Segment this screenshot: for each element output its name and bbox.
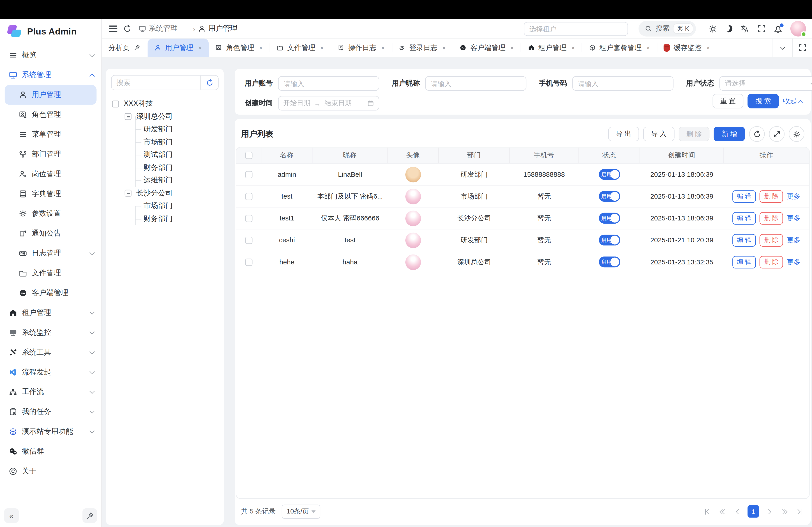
table-row[interactable]: ceshi test 研发部门 暂无 启用 2025-01-21 10:20:3… <box>236 229 809 251</box>
tab-analysis[interactable]: 分析页 <box>102 39 147 57</box>
row-checkbox[interactable] <box>245 193 252 200</box>
prev-page-button[interactable] <box>733 505 744 518</box>
collapse-sidebar-button[interactable]: « <box>4 508 19 523</box>
global-search-button[interactable]: 搜索 ⌘ K <box>638 21 696 36</box>
sidebar-item-system-monitor[interactable]: 系统监控 <box>0 323 101 343</box>
current-page[interactable]: 1 <box>748 505 759 518</box>
edit-button[interactable]: 编 辑 <box>732 256 756 268</box>
user-avatar[interactable] <box>791 21 806 36</box>
fullscreen-icon[interactable] <box>757 24 766 33</box>
sidebar-item-process-start[interactable]: 流程发起 <box>0 362 101 382</box>
account-input[interactable] <box>278 76 379 91</box>
tab-login-log[interactable]: 登录日志 × <box>392 39 453 57</box>
sidebar-item-my-tasks[interactable]: 我的任务 <box>0 402 101 422</box>
more-actions-link[interactable]: 更多 <box>787 257 800 267</box>
sidebar-item-menu-management[interactable]: 菜单管理 <box>0 125 101 145</box>
status-toggle[interactable]: 启用 <box>599 169 620 180</box>
jump-forward-button[interactable] <box>778 505 789 518</box>
collapse-box-icon[interactable] <box>125 190 131 197</box>
pin-icon[interactable] <box>133 44 141 51</box>
settings-gear-icon[interactable] <box>709 24 717 33</box>
tree-node-finance-dept[interactable]: 财务部门 <box>111 161 219 174</box>
tree-node-company[interactable]: XXX科技 <box>111 97 219 110</box>
table-row[interactable]: hehe haha 深圳总公司 暂无 启用 2025-01-23 13:32:3… <box>236 251 809 272</box>
first-page-button[interactable] <box>702 505 714 518</box>
dark-mode-icon[interactable] <box>724 24 733 33</box>
sidebar-item-system-management[interactable]: 系统管理 <box>0 65 101 85</box>
collapse-box-icon[interactable] <box>125 113 131 120</box>
expand-table-button[interactable] <box>769 126 784 142</box>
status-select[interactable]: 请选择 <box>719 76 812 91</box>
tabs-dropdown-button[interactable] <box>772 39 792 57</box>
hamburger-menu-icon[interactable] <box>109 26 117 32</box>
close-tab-icon[interactable]: × <box>571 44 575 51</box>
row-checkbox[interactable] <box>245 237 252 244</box>
collapse-box-icon[interactable] <box>112 101 119 107</box>
notifications-bell-icon[interactable] <box>774 24 782 33</box>
close-tab-icon[interactable]: × <box>647 44 650 51</box>
sidebar-item-department-management[interactable]: 部门管理 <box>0 145 101 164</box>
export-button[interactable]: 导 出 <box>608 127 639 141</box>
tab-cache-monitor[interactable]: 缓存监控 × <box>657 39 717 57</box>
delete-row-button[interactable]: 删 除 <box>759 256 783 268</box>
table-row[interactable]: test1 仅本人 密码666666 长沙分公司 暂无 启用 2025-01-1… <box>236 207 809 229</box>
tab-role-management[interactable]: 角色管理 × <box>208 39 270 57</box>
close-tab-icon[interactable]: × <box>442 44 446 51</box>
collapse-filter-link[interactable]: 收起 <box>783 96 802 106</box>
next-page-button[interactable] <box>763 505 774 518</box>
status-toggle[interactable]: 启用 <box>599 213 620 224</box>
reset-button[interactable]: 重 置 <box>712 94 744 108</box>
sidebar-item-notice[interactable]: 通知公告 <box>0 224 101 243</box>
status-toggle[interactable]: 启用 <box>599 257 620 268</box>
last-page-button[interactable] <box>793 505 804 518</box>
delete-row-button[interactable]: 删 除 <box>759 190 783 202</box>
more-actions-link[interactable]: 更多 <box>787 192 800 201</box>
sidebar-item-wechat-group[interactable]: 微信群 <box>0 441 101 462</box>
sidebar-item-demo-features[interactable]: 演示站专用功能 <box>0 422 101 441</box>
pin-sidebar-button[interactable] <box>82 508 97 523</box>
tree-node-test-dept[interactable]: 测试部门 <box>111 149 219 161</box>
import-button[interactable]: 导 入 <box>643 127 675 141</box>
sidebar-item-overview[interactable]: 概览 <box>0 45 101 65</box>
status-toggle[interactable]: 启用 <box>599 235 620 246</box>
tree-node-market-dept-2[interactable]: 市场部门 <box>111 200 219 213</box>
row-checkbox[interactable] <box>245 215 252 222</box>
edit-button[interactable]: 编 辑 <box>732 190 756 202</box>
refresh-page-icon[interactable] <box>123 24 131 33</box>
table-row[interactable]: admin LinaBell 研发部门 15888888888 启用 2025-… <box>236 163 809 185</box>
sidebar-item-workflow[interactable]: 工作流 <box>0 382 101 402</box>
tree-node-ops-dept[interactable]: 运维部门 <box>111 174 219 187</box>
search-button[interactable]: 搜 索 <box>748 94 779 108</box>
sidebar-item-parameter-settings[interactable]: 参数设置 <box>0 204 101 224</box>
tree-node-shenzhen-hq[interactable]: 深圳总公司 <box>111 110 219 123</box>
status-toggle[interactable]: 启用 <box>599 191 620 202</box>
sidebar-item-post-management[interactable]: 岗位管理 <box>0 164 101 184</box>
close-tab-icon[interactable]: × <box>320 44 324 51</box>
tree-node-finance-dept-2[interactable]: 财务部门 <box>111 212 219 225</box>
date-range-picker[interactable]: 开始日期 → 结束日期 <box>278 96 379 111</box>
refresh-table-button[interactable] <box>749 126 765 142</box>
row-checkbox[interactable] <box>245 258 252 266</box>
sidebar-item-user-management[interactable]: 用户管理 <box>5 85 97 105</box>
tab-tenant-package-management[interactable]: 租户套餐管理 × <box>582 39 657 57</box>
app-logo[interactable]: Plus Admin <box>0 19 101 44</box>
sidebar-item-log-management[interactable]: 日志管理 <box>0 243 101 263</box>
tree-refresh-button[interactable] <box>200 76 218 90</box>
close-tab-icon[interactable]: × <box>510 44 514 51</box>
more-actions-link[interactable]: 更多 <box>787 213 800 223</box>
select-all-checkbox[interactable] <box>245 152 252 159</box>
breadcrumb-system[interactable]: 系统管理 <box>139 24 190 33</box>
page-size-select[interactable]: 10条/页 <box>282 505 320 518</box>
sidebar-item-role-management[interactable]: 角色管理 <box>0 105 101 125</box>
tab-client-management[interactable]: 客户端管理 × <box>453 39 521 57</box>
tenant-select-input[interactable] <box>523 21 628 35</box>
more-actions-link[interactable]: 更多 <box>787 235 800 245</box>
sidebar-item-file-management[interactable]: 文件管理 <box>0 263 101 283</box>
column-settings-button[interactable] <box>789 126 804 142</box>
translate-icon[interactable] <box>740 24 749 33</box>
tab-user-management[interactable]: 用户管理 × <box>147 39 208 57</box>
table-row[interactable]: test 本部门及以下 密码6... 市场部门 暂无 启用 2025-01-13… <box>236 185 809 207</box>
delete-row-button[interactable]: 删 除 <box>759 234 783 246</box>
content-fullscreen-button[interactable] <box>792 39 812 57</box>
tab-file-management[interactable]: 文件管理 × <box>270 39 331 57</box>
